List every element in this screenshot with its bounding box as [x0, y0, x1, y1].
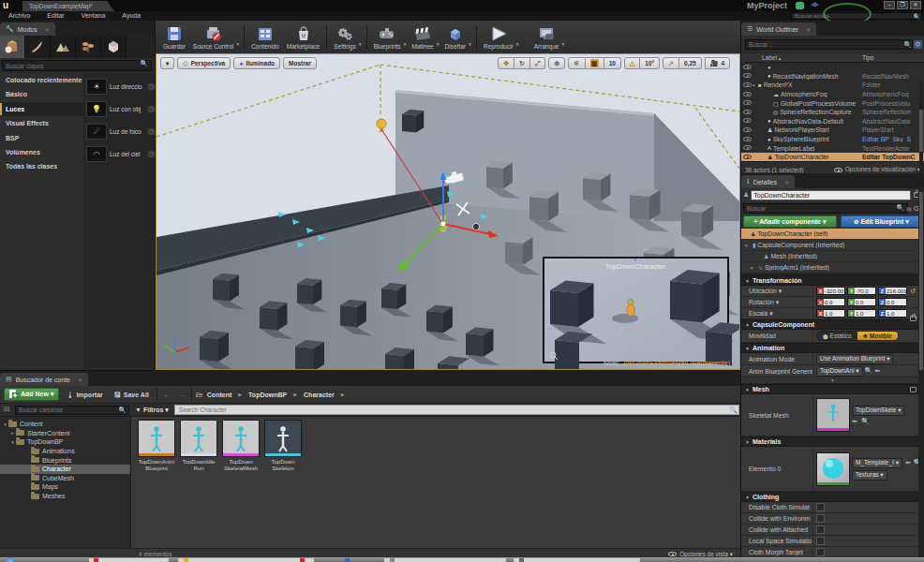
launch-dropdown-icon[interactable]: ▼: [560, 41, 565, 47]
expander-icon[interactable]: ▾: [2, 422, 8, 427]
taskbar-button[interactable]: [178, 558, 314, 562]
mode-category[interactable]: Volúmenes: [0, 145, 83, 159]
transform-label[interactable]: Ubicación ▾: [741, 288, 812, 295]
visibility-eye-icon[interactable]: [741, 145, 753, 151]
mode-category[interactable]: BSP: [0, 131, 83, 145]
mode-place-button[interactable]: [0, 36, 25, 58]
section-transform[interactable]: ▼Transformación: [741, 275, 924, 286]
tab-close-icon[interactable]: ✕: [78, 377, 82, 383]
tab-modos[interactable]: 🔧 Modos ✕: [0, 22, 55, 36]
add-component-button[interactable]: + Añadir componente ▾: [743, 215, 837, 228]
textures-dropdown[interactable]: Texturas ▾: [852, 470, 887, 481]
scale-tool-button[interactable]: ⤢: [530, 57, 546, 69]
mobility-movable-option[interactable]: ✥Movible: [857, 332, 898, 340]
back-button[interactable]: ←: [161, 391, 172, 399]
light-item[interactable]: ◠ Luz del ciel ?: [83, 142, 155, 165]
x-field[interactable]: X-320.00: [816, 287, 845, 295]
outliner-row[interactable]: ▢ GlobalPostProcessVolume PostProcessVol…: [741, 98, 924, 108]
asset-tile[interactable]: TopDownIdleRun: [180, 420, 217, 548]
save-button[interactable]: Guardar: [159, 22, 189, 52]
details-scrollbar-thumb[interactable]: [919, 192, 923, 370]
content-button[interactable]: Contenido: [247, 22, 283, 52]
perspective-button[interactable]: ◇Perspectiva: [177, 57, 231, 69]
outliner-filter-icon[interactable]: ⛭: [914, 40, 922, 49]
mode-paint-button[interactable]: [25, 36, 51, 58]
filters-button[interactable]: ▼Filtros ▾: [132, 407, 171, 414]
taskbar-button[interactable]: [514, 558, 640, 562]
checkbox[interactable]: [816, 548, 825, 556]
rotate-tool-button[interactable]: ↻: [514, 57, 530, 69]
section-animation[interactable]: ▼Animation: [741, 343, 924, 353]
modes-search-input[interactable]: [2, 60, 152, 71]
component-row[interactable]: ▾ ▮ CapsuleComponent (Inherited): [741, 240, 924, 251]
content-lock-icon[interactable]: [910, 387, 917, 392]
forward-button[interactable]: →: [176, 391, 187, 399]
help-circle-icon[interactable]: ?: [148, 83, 155, 90]
outliner-row[interactable]: ♟ NetworkPlayerStart PlayerStart: [741, 126, 924, 135]
transform-trail-icon[interactable]: ↺: [909, 288, 917, 295]
asset-tile[interactable]: TopDownSkeleton: [264, 420, 302, 548]
visibility-eye-icon[interactable]: [741, 110, 753, 115]
z-field[interactable]: Z0.0: [878, 298, 907, 306]
checkbox[interactable]: [816, 514, 825, 523]
anim-blueprint-dropdown[interactable]: TopDownAni ▾: [816, 366, 863, 377]
matinee-button[interactable]: Matinee: [409, 22, 438, 52]
tab-close-icon[interactable]: ✕: [784, 179, 789, 185]
light-item[interactable]: 💡 Luz con obj ?: [83, 97, 155, 120]
rotation-snap-value[interactable]: 10°: [640, 57, 660, 69]
visibility-eye-icon[interactable]: [741, 82, 753, 88]
folder-tree-row[interactable]: ▸ StarterContent: [0, 429, 130, 438]
asset-thumbnail[interactable]: [180, 420, 217, 457]
play-button[interactable]: Reproducir: [480, 22, 517, 52]
outliner-row[interactable]: ♟ TopDownCharacter Editar TopDownC: [741, 153, 924, 161]
outliner-search-input[interactable]: [745, 39, 913, 50]
checkbox[interactable]: [816, 537, 825, 545]
outliner-row[interactable]: A TemplateLabel TextRenderActor: [741, 143, 924, 153]
outliner-scrollbar-thumb[interactable]: [919, 110, 923, 152]
surface-snap-button[interactable]: ⚟: [568, 57, 585, 69]
expander-icon[interactable]: ▸: [9, 430, 16, 436]
material-thumbnail[interactable]: [816, 452, 850, 486]
blueprints-button[interactable]: Blueprints: [370, 22, 405, 52]
checkbox[interactable]: [816, 525, 825, 534]
play-dropdown-icon[interactable]: ▼: [515, 41, 520, 47]
expander-icon[interactable]: ▾: [751, 265, 756, 271]
folder-tree-row[interactable]: ▾ TopDownBP: [0, 437, 130, 447]
mode-geometry-button[interactable]: [101, 36, 127, 58]
folder-search-input[interactable]: [15, 406, 129, 415]
mode-landscape-button[interactable]: [51, 36, 76, 58]
grid-snap-button[interactable]: ▦: [586, 57, 604, 69]
asset-thumbnail[interactable]: [222, 420, 260, 457]
browse-icon[interactable]: 🔍: [865, 367, 873, 375]
add-new-button[interactable]: Add New ▾: [4, 388, 59, 401]
menu-ventana[interactable]: Ventana: [73, 11, 114, 21]
show-button[interactable]: Mostrar: [283, 57, 317, 69]
menu-ayuda[interactable]: Ayuda: [113, 11, 149, 21]
visibility-eye-icon[interactable]: [741, 118, 753, 124]
visibility-eye-icon[interactable]: [741, 100, 753, 106]
component-row[interactable]: ♟ Mesh (Inherited): [741, 251, 924, 262]
tab-content-browser[interactable]: ▤ Buscador de conte ✕: [0, 373, 88, 386]
view-options-button[interactable]: Opciones de visualización ▾: [834, 166, 920, 173]
pip-preview[interactable]: TopDownCharacter: [543, 257, 739, 369]
expand-advanced-button[interactable]: ▼: [741, 377, 924, 384]
viewport-3d[interactable]: TopDownCharacter ▾ ◇Perspectiva ●Ilumina…: [156, 53, 740, 370]
help-circle-icon[interactable]: ?: [148, 106, 155, 112]
maximize-button[interactable]: ❐: [897, 1, 908, 9]
details-search-input[interactable]: [743, 203, 908, 214]
outliner-row[interactable]: ● SkySphereBlueprint Editar BP_Sky_S: [741, 135, 924, 144]
tab-world-outliner[interactable]: ☰ World Outliner ✕: [741, 22, 816, 36]
menu-archivo[interactable]: Archivo: [0, 11, 38, 21]
folder-tree-row[interactable]: ▾ Content: [0, 420, 130, 429]
outliner-row[interactable]: ● AbstractNavData-Default AbstractNavDat…: [741, 117, 924, 126]
camera-speed-button[interactable]: 🎥4: [705, 57, 730, 69]
folder-tree-row[interactable]: CubeMesh: [0, 474, 130, 483]
browse-icon[interactable]: 🔍: [861, 418, 870, 425]
skeletal-mesh-dropdown[interactable]: TopDownSkele ▾: [852, 406, 904, 416]
transform-label[interactable]: Escala ▾: [741, 310, 812, 318]
help-circle-icon[interactable]: ?: [148, 151, 155, 157]
x-field[interactable]: X0.0: [816, 298, 845, 306]
save-all-button[interactable]: 🖫Save All: [111, 392, 153, 398]
animation-mode-dropdown[interactable]: Use Animation Blueprint ▾: [816, 354, 893, 364]
help-circle-icon[interactable]: ?: [148, 128, 155, 135]
